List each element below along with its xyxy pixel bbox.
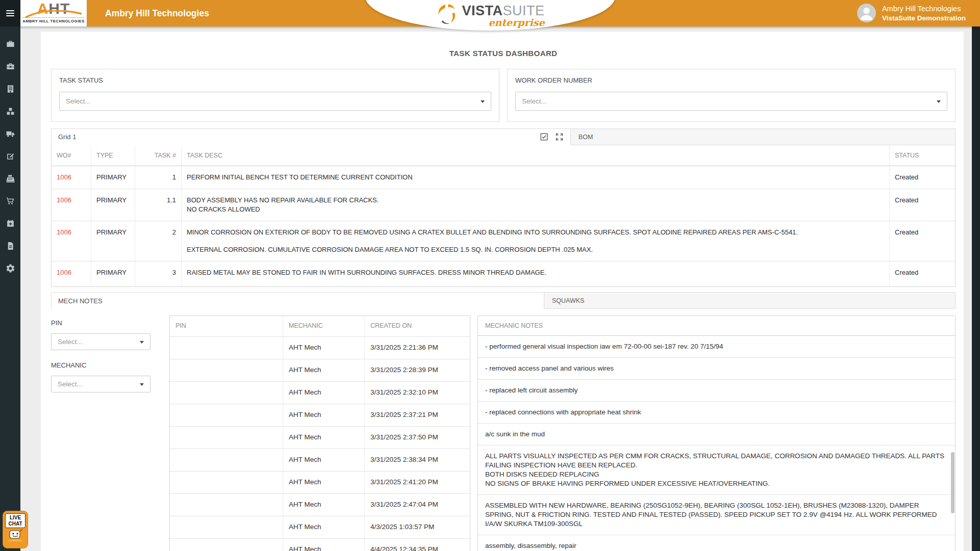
briefcase-icon [6, 39, 15, 51]
column-header-desc[interactable]: TASK DESC [182, 145, 890, 166]
mechanic-note-row[interactable]: assembly, disassembly, repair [478, 535, 955, 551]
sidebar-item-building[interactable] [0, 85, 20, 94]
log-row[interactable]: AHT Mech3/31/2025 2:28:39 PM [170, 359, 470, 382]
log-row[interactable]: AHT Mech3/31/2025 2:32:10 PM [170, 382, 470, 404]
notes-scrollbar-thumb[interactable] [951, 452, 954, 513]
column-header-mechanic[interactable]: MECHANIC [283, 316, 365, 336]
task-grid-body: 1006PRIMARY1PERFORM INITIAL BENCH TEST T… [52, 166, 955, 286]
sidebar-item-gear[interactable] [0, 265, 20, 274]
cell-task-number: 1 [135, 166, 182, 189]
sidebar-item-document[interactable] [0, 242, 20, 251]
sidebar-nav [0, 27, 20, 274]
cell-mechanic: AHT Mech [283, 539, 365, 551]
column-header-pin[interactable]: PIN [170, 316, 283, 336]
cell-created-on: 4/3/2025 1:03:57 PM [365, 516, 470, 538]
work-order-select[interactable]: Select... [515, 92, 947, 111]
cell-created-on: 3/31/2025 2:37:21 PM [365, 404, 470, 426]
log-row[interactable]: AHT Mech3/31/2025 2:37:50 PM [170, 427, 470, 449]
log-row[interactable]: AHT Mech4/3/2025 1:03:57 PM [170, 516, 470, 539]
sidebar-item-cash-register[interactable] [0, 175, 20, 184]
mechanic-note-row[interactable]: ASSEMBLED WITH NEW HARDWARE, BEARING (25… [478, 495, 955, 535]
vistasuite-edition: enterprise [488, 18, 544, 27]
note-line: - replaced connections with appropriate … [485, 408, 948, 417]
vistasuite-wordmark: VISTASUITE [462, 4, 544, 17]
log-row[interactable]: AHT Mech3/31/2025 2:41:20 PM [170, 471, 470, 494]
column-header-task[interactable]: TASK # [135, 145, 182, 166]
sidebar-item-truck[interactable] [0, 130, 20, 139]
task-grid: WO# TYPE TASK # TASK DESC STATUS 1006PRI… [51, 145, 956, 287]
task-grid-row[interactable]: 1006PRIMARY2MINOR CORROSION ON EXTERIOR … [52, 221, 955, 261]
tab-bom[interactable]: BOM [571, 128, 956, 145]
desc-line: MINOR CORROSION ON EXTERIOR OF BODY TO B… [187, 228, 884, 237]
cell-mechanic: AHT Mech [283, 471, 365, 493]
cell-task-number: 3 [135, 261, 182, 286]
chevron-down-icon [140, 383, 144, 386]
log-row[interactable]: AHT Mech4/4/2025 12:34:35 PM [170, 539, 470, 551]
user-account-name: VistaSuite Demonstration [882, 14, 966, 22]
log-row[interactable]: AHT Mech3/31/2025 2:47:04 PM [170, 494, 470, 516]
aht-logo-caption: AMBRY HILL TECHNOLOGIES [22, 17, 85, 23]
work-order-label: WORK ORDER NUMBER [515, 76, 947, 84]
task-status-filter-panel: TASK STATUS Select... [51, 69, 499, 122]
chevron-down-icon [481, 100, 485, 103]
pin-select[interactable]: Select... [51, 333, 150, 350]
task-status-label: TASK STATUS [59, 76, 491, 84]
mechanic-note-row[interactable]: - removed access panel and various wires [478, 358, 955, 380]
cell-status: Created [890, 189, 955, 221]
work-order-link[interactable]: 1006 [57, 228, 71, 236]
cell-task-desc: BODY ASSEMBLY HAS NO REPAIR AVAILABLE FO… [182, 189, 890, 221]
tab-mech-notes[interactable]: MECH NOTES [51, 292, 544, 310]
column-header-wo[interactable]: WO# [52, 145, 91, 166]
mechanic-note-row[interactable]: a/c sunk in the mud [478, 424, 955, 445]
mech-notes-log-table: PIN MECHANIC CREATED ON AHT Mech3/31/202… [169, 316, 470, 551]
sidebar-item-briefcase-alt[interactable] [0, 63, 20, 72]
sidebar-item-shopping-cart[interactable] [0, 197, 20, 206]
sidebar-item-briefcase[interactable] [0, 40, 20, 49]
page-scrollbar[interactable] [972, 27, 980, 551]
task-grid-row[interactable]: 1006PRIMARY1.1BODY ASSEMBLY HAS NO REPAI… [52, 189, 955, 221]
sidebar-item-calendar-plus[interactable] [0, 220, 20, 229]
cell-created-on: 3/31/2025 2:21:36 PM [365, 337, 470, 359]
column-header-type[interactable]: TYPE [91, 145, 135, 166]
work-order-filter-panel: WORK ORDER NUMBER Select... [507, 69, 956, 122]
briefcase-alt-icon [6, 62, 15, 73]
column-header-mechanic-notes[interactable]: MECHANIC NOTES [478, 316, 955, 336]
live-chat-button[interactable]: LIVE CHAT [3, 511, 28, 548]
column-header-created-on[interactable]: CREATED ON [365, 316, 470, 336]
log-row[interactable]: AHT Mech3/31/2025 2:38:34 PM [170, 449, 470, 471]
cell-mechanic: AHT Mech [283, 337, 365, 359]
note-line: BOTH DISKS NEEDED REPLACING [485, 470, 948, 479]
tab-squawks[interactable]: SQUAWKS [544, 292, 956, 309]
document-icon [6, 241, 15, 253]
work-order-link[interactable]: 1006 [57, 173, 71, 181]
mechanic-note-row[interactable]: - performed general visual inspection ia… [478, 336, 955, 358]
user-menu[interactable]: Ambry Hill Technologies VistaSuite Demon… [857, 4, 966, 22]
column-chooser-button[interactable] [540, 133, 548, 141]
cell-status: Created [890, 261, 955, 286]
sidebar-item-edit[interactable] [0, 152, 20, 162]
cell-created-on: 3/31/2025 2:32:10 PM [365, 382, 470, 404]
main-content: TASK STATUS DASHBOARD TASK STATUS Select… [20, 27, 972, 551]
log-row[interactable]: AHT Mech3/31/2025 2:37:21 PM [170, 404, 470, 427]
aht-logo[interactable]: AHT AMBRY HILL TECHNOLOGIES [20, 0, 87, 27]
aht-logo-letters: AHT [20, 0, 87, 17]
cell-pin [170, 427, 283, 449]
hamburger-menu-button[interactable] [0, 0, 20, 27]
mechanic-note-row[interactable]: ALL PARTS VISUALLY INSPECTED AS PER CMM … [478, 445, 955, 495]
log-row[interactable]: AHT Mech3/31/2025 2:21:36 PM [170, 337, 470, 359]
mechanic-select[interactable]: Select... [51, 376, 150, 392]
expand-fullscreen-button[interactable] [555, 133, 564, 141]
column-header-status[interactable]: STATUS [890, 145, 955, 166]
notes-scrollbar[interactable] [951, 337, 954, 551]
work-order-link[interactable]: 1006 [57, 269, 71, 276]
task-grid-row[interactable]: 1006PRIMARY3RAISED METAL MAY BE STONED T… [52, 261, 955, 286]
task-status-select[interactable]: Select... [59, 92, 491, 111]
sidebar-item-cubes[interactable] [0, 108, 20, 117]
work-order-link[interactable]: 1006 [57, 196, 71, 204]
cell-pin [170, 337, 283, 359]
mechanic-note-row[interactable]: - replaced connections with appropriate … [478, 402, 955, 424]
mechanic-note-row[interactable]: - replaced left circuit assembly [478, 380, 955, 402]
task-grid-row[interactable]: 1006PRIMARY1PERFORM INITIAL BENCH TEST T… [52, 166, 955, 189]
log-table-body: AHT Mech3/31/2025 2:21:36 PMAHT Mech3/31… [170, 337, 470, 551]
tab-grid-1[interactable]: Grid 1 [51, 128, 571, 145]
